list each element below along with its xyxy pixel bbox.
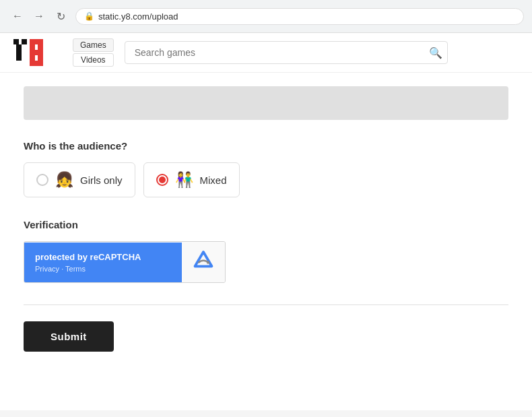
svg-rect-0 <box>13 39 19 44</box>
submit-button[interactable]: Submit <box>24 321 114 352</box>
svg-rect-3 <box>16 50 22 55</box>
svg-rect-2 <box>16 44 22 50</box>
svg-rect-10 <box>38 55 43 61</box>
nav-tabs: Games Videos <box>73 38 114 67</box>
recaptcha-left: protected by reCAPTCHA Privacy · Terms <box>24 243 182 282</box>
svg-rect-1 <box>22 39 27 44</box>
recaptcha-links: Privacy · Terms <box>35 265 171 273</box>
svg-rect-7 <box>38 44 43 50</box>
browser-chrome: ← → ↻ 🔒 static.y8.com/upload <box>0 0 532 33</box>
girls-radio <box>36 174 48 186</box>
tab-videos[interactable]: Videos <box>73 53 114 67</box>
tab-games[interactable]: Games <box>73 38 114 52</box>
svg-rect-8 <box>30 50 43 55</box>
search-bar: 🔍 <box>125 41 448 64</box>
recaptcha-box[interactable]: protected by reCAPTCHA Privacy · Terms <box>24 241 226 283</box>
main-content: Who is the audience? 👧 Girls only 👫 Mixe… <box>3 73 529 379</box>
search-input[interactable] <box>125 41 448 64</box>
recaptcha-right <box>182 242 225 282</box>
recaptcha-logo-svg <box>190 249 217 276</box>
search-icon: 🔍 <box>429 47 442 59</box>
audience-options: 👧 Girls only 👫 Mixed <box>24 162 508 197</box>
terms-link[interactable]: Terms <box>65 265 86 273</box>
girls-icon: 👧 <box>55 171 73 189</box>
y8-logo-svg <box>13 39 62 66</box>
recaptcha-protected-text: protected by reCAPTCHA <box>35 252 171 262</box>
address-bar[interactable]: 🔒 static.y8.com/upload <box>75 8 524 25</box>
logo <box>13 39 62 66</box>
mixed-option[interactable]: 👫 Mixed <box>143 162 240 197</box>
page-wrapper: Games Videos 🔍 Who is the audience? 👧 Gi <box>0 33 532 410</box>
reload-button[interactable]: ↻ <box>51 7 70 26</box>
girls-label: Girls only <box>80 174 123 186</box>
svg-rect-11 <box>30 61 43 66</box>
placeholder-bar <box>24 86 508 120</box>
nav-buttons: ← → ↻ <box>8 7 70 26</box>
search-button[interactable]: 🔍 <box>429 46 442 59</box>
audience-section: Who is the audience? 👧 Girls only 👫 Mixe… <box>24 140 508 197</box>
site-header: Games Videos 🔍 <box>0 33 532 73</box>
mixed-radio <box>156 174 168 186</box>
verification-section: Verification protected by reCAPTCHA Priv… <box>24 219 508 283</box>
forward-button[interactable]: → <box>30 7 48 26</box>
mixed-label: Mixed <box>200 174 227 186</box>
divider <box>24 304 508 305</box>
svg-rect-4 <box>16 55 22 61</box>
lock-icon: 🔒 <box>84 11 94 21</box>
verification-label: Verification <box>24 219 508 230</box>
svg-rect-6 <box>30 44 35 50</box>
privacy-link[interactable]: Privacy <box>35 265 59 273</box>
svg-rect-5 <box>30 39 43 44</box>
audience-label: Who is the audience? <box>24 140 508 152</box>
url-text: static.y8.com/upload <box>98 11 178 22</box>
girls-only-option[interactable]: 👧 Girls only <box>24 162 135 197</box>
radio-dot <box>159 177 166 183</box>
back-button[interactable]: ← <box>8 7 27 26</box>
mixed-icon: 👫 <box>175 171 193 189</box>
svg-rect-9 <box>30 55 35 61</box>
